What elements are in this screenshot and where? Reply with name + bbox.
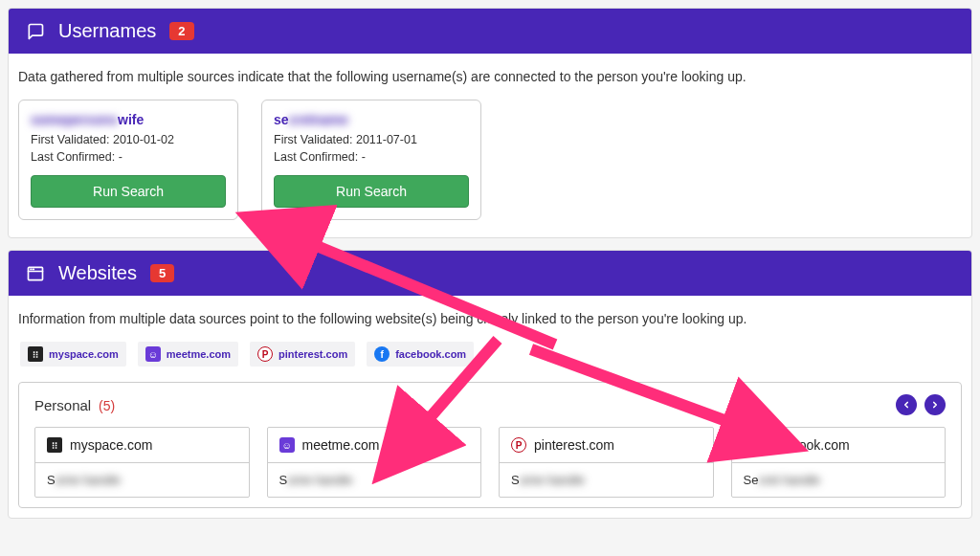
subpanel-title: Personal <box>34 397 91 413</box>
chip-label: facebook.com <box>395 348 466 360</box>
last-confirmed: Last Confirmed: - <box>31 148 226 166</box>
carousel-nav <box>896 394 946 415</box>
website-card-list: ⁝⁝ myspace.com Some handle ☺ meetme.com … <box>34 427 946 498</box>
first-validated: First Validated: 2011-07-01 <box>274 131 469 148</box>
last-confirmed: Last Confirmed: - <box>274 148 469 166</box>
usernames-description: Data gathered from multiple sources indi… <box>9 54 971 100</box>
meetme-icon: ☺ <box>279 437 295 453</box>
website-domain: meetme.com <box>302 437 380 453</box>
browser-icon <box>26 266 45 281</box>
website-domain: pinterest.com <box>534 437 614 453</box>
website-chip-pinterest[interactable]: P pinterest.com <box>250 342 355 367</box>
myspace-icon: ⁝⁝ <box>28 346 43 362</box>
usernames-header: Usernames 2 <box>9 9 971 54</box>
usernames-panel: Usernames 2 Data gathered from multiple … <box>8 8 972 238</box>
websites-title: Websites <box>58 262 137 284</box>
myspace-icon: ⁝⁝ <box>47 437 62 453</box>
pinterest-icon: P <box>511 437 526 453</box>
website-card-sub: Some handle <box>500 463 713 497</box>
website-domain: facebook.com <box>767 437 850 453</box>
usernames-count-badge: 2 <box>169 22 193 40</box>
carousel-next-button[interactable] <box>924 394 946 415</box>
usernames-title: Usernames <box>58 20 156 42</box>
username-card: somepersonswife First Validated: 2010-01… <box>18 100 238 220</box>
website-card-header: P pinterest.com <box>500 428 713 463</box>
website-chip-meetme[interactable]: ☺ meetme.com <box>138 342 238 367</box>
websites-header: Websites 5 <box>9 251 971 296</box>
chat-icon <box>26 24 45 39</box>
facebook-icon: f <box>744 437 759 453</box>
chevron-left-icon <box>902 400 911 410</box>
website-card[interactable]: P pinterest.com Some handle <box>499 427 714 498</box>
website-chipbar: ⁝⁝ myspace.com ☺ meetme.com P pinterest.… <box>9 342 971 382</box>
chevron-right-icon <box>930 400 940 410</box>
website-domain: myspace.com <box>70 437 152 453</box>
first-validated: First Validated: 2010-01-02 <box>31 131 226 148</box>
chip-label: myspace.com <box>49 348 119 360</box>
facebook-icon: f <box>374 346 390 362</box>
website-card-sub: Some handle <box>35 463 249 497</box>
website-card-sub: Some handle <box>268 463 481 497</box>
website-chip-facebook[interactable]: f facebook.com <box>367 342 474 367</box>
website-card[interactable]: ⁝⁝ myspace.com Some handle <box>34 427 250 498</box>
subpanel-count: (5) <box>99 398 115 413</box>
website-card[interactable]: ☺ meetme.com Some handle <box>267 427 482 498</box>
website-card-sub: Secret handle <box>732 463 946 497</box>
website-card-header: f facebook.com <box>732 428 946 463</box>
username-value: secretname <box>274 112 469 127</box>
website-chip-myspace[interactable]: ⁝⁝ myspace.com <box>20 342 126 367</box>
websites-panel: Websites 5 Information from multiple dat… <box>8 250 972 519</box>
chip-label: pinterest.com <box>278 348 347 360</box>
carousel-prev-button[interactable] <box>896 394 917 415</box>
run-search-button[interactable]: Run Search <box>31 175 226 208</box>
meetme-icon: ☺ <box>145 346 161 362</box>
websites-personal-subpanel: Personal (5) ⁝⁝ myspace.com Some hand <box>18 382 962 508</box>
website-card-header: ⁝⁝ myspace.com <box>35 428 249 463</box>
website-card[interactable]: f facebook.com Secret handle <box>731 427 947 498</box>
websites-description: Information from multiple data sources p… <box>9 296 971 342</box>
run-search-button[interactable]: Run Search <box>274 175 469 208</box>
websites-count-badge: 5 <box>150 264 174 282</box>
website-card-header: ☺ meetme.com <box>268 428 481 463</box>
chip-label: meetme.com <box>167 348 231 360</box>
username-value: somepersonswife <box>31 112 226 127</box>
username-card: secretname First Validated: 2011-07-01 L… <box>261 100 481 220</box>
subpanel-header: Personal (5) <box>34 394 946 415</box>
username-card-list: somepersonswife First Validated: 2010-01… <box>9 100 971 237</box>
pinterest-icon: P <box>257 346 273 362</box>
